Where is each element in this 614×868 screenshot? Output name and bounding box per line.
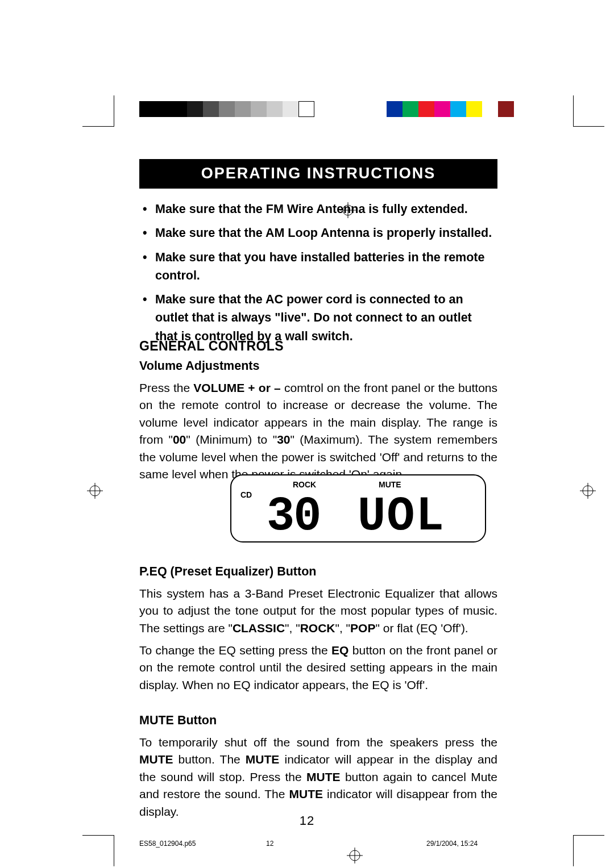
swatch bbox=[139, 101, 187, 117]
paragraph-peq-1: This system has a 3-Band Preset Electron… bbox=[139, 585, 497, 637]
list-item: Make sure that the FM Wire Antenna is fu… bbox=[139, 200, 497, 218]
heading-peq: P.EQ (Preset Equalizer) Button bbox=[139, 565, 316, 579]
swatch bbox=[298, 101, 314, 117]
swatch bbox=[450, 101, 466, 117]
crop-mark bbox=[573, 835, 604, 836]
text-bold: MUTE bbox=[139, 753, 173, 766]
swatch bbox=[267, 101, 283, 117]
text: ", " bbox=[285, 621, 300, 635]
text-bold: MUTE bbox=[289, 787, 323, 800]
registration-mark-icon bbox=[87, 483, 103, 499]
display-indicator-rock: ROCK bbox=[293, 480, 316, 489]
display-indicator-mute: MUTE bbox=[379, 480, 401, 489]
crop-mark bbox=[573, 126, 604, 127]
swatch bbox=[498, 101, 514, 117]
swatch bbox=[434, 101, 450, 117]
footer-filename: ES58_012904.p65 bbox=[139, 840, 196, 848]
display-value-vol: UOL bbox=[358, 489, 445, 545]
registration-mark-icon bbox=[347, 848, 363, 863]
registration-mark-icon bbox=[580, 483, 596, 499]
swatch bbox=[466, 101, 482, 117]
color-swatches bbox=[387, 101, 514, 117]
swatch bbox=[283, 101, 298, 117]
swatch bbox=[235, 101, 251, 117]
text-bold: MUTE bbox=[306, 770, 341, 783]
swatch bbox=[251, 101, 267, 117]
list-item: Make sure that you have installed batter… bbox=[139, 248, 497, 285]
crop-mark bbox=[573, 835, 574, 866]
text-bold: 00 bbox=[173, 433, 186, 446]
page-number: 12 bbox=[0, 813, 614, 828]
swatch bbox=[482, 101, 498, 117]
paragraph-volume: Press the VOLUME + or – comtrol on the f… bbox=[139, 379, 497, 483]
precaution-list: Make sure that the FM Wire Antenna is fu… bbox=[139, 200, 497, 351]
text-bold: ROCK bbox=[300, 621, 335, 635]
crop-mark bbox=[82, 835, 114, 836]
swatch bbox=[387, 101, 403, 117]
crop-mark bbox=[114, 835, 114, 866]
text-bold: VOLUME + or – bbox=[193, 381, 280, 394]
heading-mute: MUTE Button bbox=[139, 713, 217, 728]
text: To temporarily shut off the sound from t… bbox=[139, 736, 497, 749]
grayscale-swatches bbox=[139, 101, 314, 117]
display-value-30: 30 bbox=[267, 489, 320, 545]
text-bold: 30 bbox=[277, 433, 290, 446]
paragraph-peq-2: To change the EQ setting press the EQ bu… bbox=[139, 642, 497, 694]
list-item: Make sure that the AC power cord is conn… bbox=[139, 290, 497, 345]
section-header: OPERATING INSTRUCTIONS bbox=[139, 159, 497, 189]
text-bold: POP bbox=[350, 621, 375, 635]
footer-page: 12 bbox=[266, 840, 273, 848]
swatch bbox=[203, 101, 219, 117]
swatch bbox=[418, 101, 434, 117]
swatch bbox=[219, 101, 235, 117]
lcd-display-figure: CD ROCK MUTE 30 UOL bbox=[230, 474, 486, 542]
heading-volume-adjustments: Volume Adjustments bbox=[139, 359, 259, 373]
crop-mark bbox=[82, 126, 114, 127]
text-bold: EQ bbox=[331, 644, 349, 657]
text: " or flat (EQ 'Off'). bbox=[375, 621, 468, 635]
paragraph-mute: To temporarily shut off the sound from t… bbox=[139, 734, 497, 820]
footer-datetime: 29/1/2004, 15:24 bbox=[426, 840, 478, 848]
text: Press the bbox=[139, 381, 193, 394]
text: " (Minimum) to " bbox=[186, 433, 277, 446]
display-indicator-cd: CD bbox=[240, 490, 252, 499]
text: button. The bbox=[173, 753, 246, 766]
heading-general-controls: GENERAL CONTROLS bbox=[139, 339, 284, 354]
text: To change the EQ setting press the bbox=[139, 644, 331, 657]
printer-color-bar bbox=[0, 101, 614, 117]
swatch bbox=[403, 101, 418, 117]
text-bold: MUTE bbox=[246, 753, 280, 766]
list-item: Make sure that the AM Loop Antenna is pr… bbox=[139, 224, 497, 242]
swatch bbox=[187, 101, 203, 117]
text-bold: CLASSIC bbox=[233, 621, 285, 635]
text: ", " bbox=[335, 621, 350, 635]
